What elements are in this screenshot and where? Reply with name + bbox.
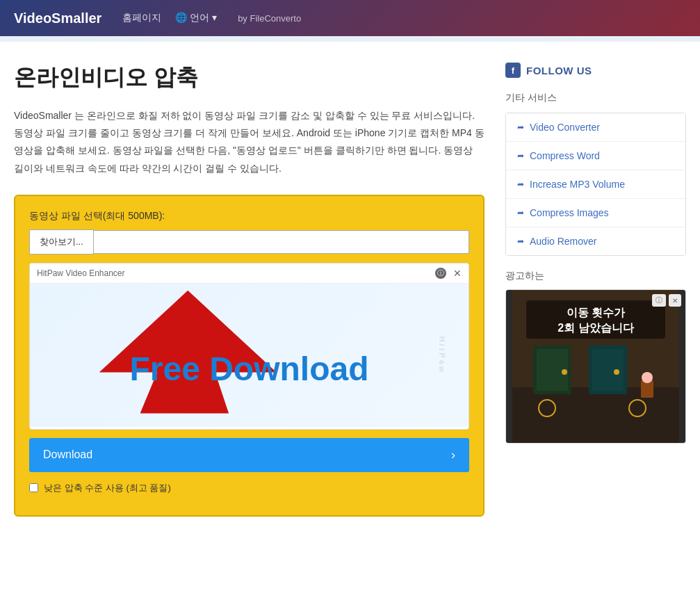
main-content: 온라인비디오 압축 VideoSmaller 는 온라인으로 화질 저하 없이 …: [14, 63, 505, 586]
arrow-right-icon: ›: [451, 448, 455, 462]
sub-header-bar: [0, 36, 700, 42]
svg-text:이동 횟수가: 이동 횟수가: [567, 307, 626, 318]
sidebar-link-compress-word[interactable]: ➦ Compress Word: [506, 142, 685, 170]
low-compression-label[interactable]: 낮은 압축 수준 사용 (최고 품질): [44, 482, 171, 494]
svg-rect-3: [512, 387, 679, 443]
svg-point-6: [562, 369, 567, 375]
follow-us-section: f FOLLOW US: [505, 63, 686, 78]
facebook-icon: f: [505, 63, 521, 78]
svg-point-11: [642, 372, 653, 383]
sidebar-ad-image[interactable]: ⓘ ✕: [506, 290, 685, 443]
sidebar-ad-title: 광고하는: [505, 270, 686, 282]
header: VideoSmaller 홈페이지 🌐 언어 ▾ by FileConverto: [0, 0, 700, 36]
upload-label: 동영상 파일 선택(최대 500MB):: [29, 210, 469, 222]
nav-byfile: by FileConverto: [238, 13, 301, 24]
follow-us-label: FOLLOW US: [526, 65, 592, 76]
low-compression-checkbox[interactable]: [29, 483, 38, 492]
sidebar-link-label-5: Audio Remover: [530, 236, 597, 247]
file-input-display[interactable]: [94, 230, 469, 254]
sidebar-ad-info-badge[interactable]: ⓘ: [652, 294, 666, 307]
ad-top-bar: HitPaw Video Enhancer ⓘ ✕: [30, 264, 469, 284]
sidebar: f FOLLOW US 기타 서비스 ➦ Video Converter ➦ C…: [505, 63, 686, 586]
sidebar-ad-overlay: ⓘ ✕: [652, 294, 681, 307]
external-link-icon-5: ➦: [517, 236, 524, 246]
ad-info-icon[interactable]: ⓘ: [435, 268, 446, 279]
sidebar-link-video-converter[interactable]: ➦ Video Converter: [506, 113, 685, 142]
external-link-icon-1: ➦: [517, 122, 524, 132]
sidebar-link-label-4: Compress Images: [530, 207, 609, 218]
file-input-row: 찾아보기...: [29, 229, 469, 254]
hitpaw-watermark: HitPaw: [439, 336, 447, 374]
sidebar-link-compress-images[interactable]: ➦ Compress Images: [506, 199, 685, 227]
sidebar-link-label-3: Increase MP3 Volume: [530, 179, 625, 190]
ad-free-download[interactable]: Free Download: [129, 350, 368, 388]
external-link-icon-4: ➦: [517, 208, 524, 218]
svg-rect-8: [592, 349, 624, 391]
sidebar-link-audio-remover[interactable]: ➦ Audio Remover: [506, 227, 685, 255]
sidebar-ad-close-badge[interactable]: ✕: [669, 294, 681, 307]
other-services-title: 기타 서비스: [505, 89, 686, 104]
page-description: VideoSmaller 는 온라인으로 화질 저하 없이 동영상 파일 크기를…: [14, 107, 485, 177]
external-link-icon-3: ➦: [517, 179, 524, 189]
external-link-icon-2: ➦: [517, 151, 524, 161]
page-container: 온라인비디오 압축 VideoSmaller 는 온라인으로 화질 저하 없이 …: [0, 42, 700, 607]
ad-close-icon[interactable]: ✕: [453, 268, 462, 279]
page-title: 온라인비디오 압축: [14, 63, 485, 93]
sidebar-link-label-2: Compress Word: [530, 150, 600, 161]
game-art-svg: 이동 횟수가 2회 남았습니다: [512, 290, 679, 443]
upload-box: 동영상 파일 선택(최대 500MB): 찾아보기... HitPaw Vide…: [14, 195, 485, 517]
sidebar-ad-box: ⓘ ✕: [505, 289, 686, 444]
file-browse-button[interactable]: 찾아보기...: [29, 229, 94, 254]
ad-title: HitPaw Video Enhancer: [37, 268, 125, 278]
sidebar-link-increase-mp3[interactable]: ➦ Increase MP3 Volume: [506, 170, 685, 199]
sidebar-links-list: ➦ Video Converter ➦ Compress Word ➦ Incr…: [505, 113, 686, 256]
ad-area: HitPaw Video Enhancer ⓘ ✕ Free Download …: [29, 263, 469, 430]
logo[interactable]: VideoSmaller: [14, 10, 101, 26]
quality-checkbox-row: 낮은 압축 수준 사용 (최고 품질): [29, 482, 469, 494]
download-button[interactable]: Download ›: [29, 438, 469, 472]
nav-home[interactable]: 홈페이지: [122, 12, 161, 24]
nav-language[interactable]: 🌐 언어 ▾: [175, 12, 217, 24]
main-nav: 홈페이지 🌐 언어 ▾ by FileConverto: [122, 12, 301, 24]
ad-content: Free Download HitPaw: [30, 284, 469, 427]
svg-point-9: [614, 369, 619, 375]
svg-text:2회 남았습니다: 2회 남았습니다: [557, 322, 634, 334]
sidebar-link-label-1: Video Converter: [530, 122, 600, 133]
